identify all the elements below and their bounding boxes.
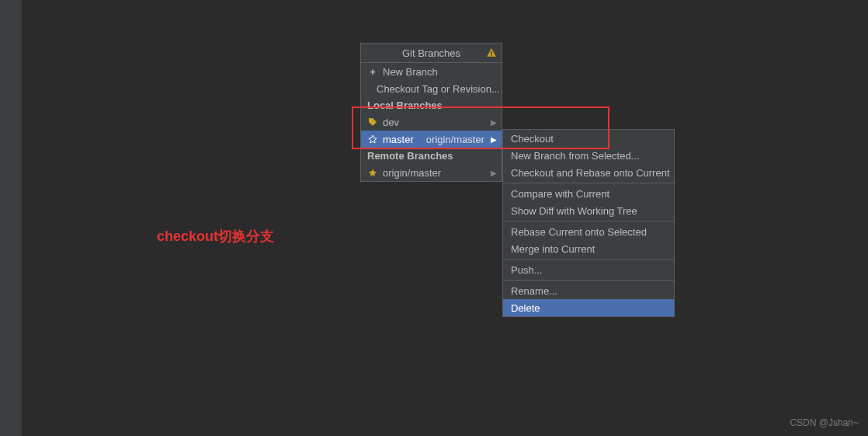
branch-name: origin/master xyxy=(383,167,441,179)
new-branch-label: New Branch xyxy=(383,66,438,78)
chevron-right-icon: ▶ xyxy=(491,169,497,177)
git-branches-popup: Git Branches + New Branch Checkout Tag o… xyxy=(360,43,502,182)
local-branch-dev[interactable]: dev ▶ xyxy=(361,113,502,131)
star-outline-icon xyxy=(367,134,378,144)
editor-gutter xyxy=(0,0,22,436)
annotation-text: checkout切换分支 xyxy=(157,227,274,246)
submenu-push[interactable]: Push... xyxy=(503,261,674,278)
plus-icon: + xyxy=(367,66,378,78)
remote-branch-origin-master[interactable]: origin/master ▶ xyxy=(361,164,502,181)
separator xyxy=(503,280,674,281)
new-branch-item[interactable]: + New Branch xyxy=(361,63,502,80)
warning-icon[interactable] xyxy=(486,47,497,58)
checkout-tag-item[interactable]: Checkout Tag or Revision... xyxy=(361,80,502,97)
submenu-checkout-rebase[interactable]: Checkout and Rebase onto Current xyxy=(503,164,674,181)
branch-actions-submenu: Checkout New Branch from Selected... Che… xyxy=(502,129,675,317)
branch-name: master xyxy=(383,134,414,145)
submenu-merge[interactable]: Merge into Current xyxy=(503,240,674,257)
local-branch-master[interactable]: master origin/master ▶ xyxy=(361,131,502,148)
popup-title-bar: Git Branches xyxy=(361,44,502,63)
star-filled-icon xyxy=(367,168,378,177)
separator xyxy=(503,259,674,260)
svg-rect-1 xyxy=(491,55,491,56)
submenu-rebase[interactable]: Rebase Current onto Selected xyxy=(503,223,674,240)
chevron-right-icon: ▶ xyxy=(491,135,497,144)
popup-title: Git Branches xyxy=(402,47,460,59)
submenu-delete[interactable]: Delete xyxy=(503,299,674,316)
tracking-branch: origin/master xyxy=(426,134,488,145)
separator xyxy=(503,221,674,221)
tag-icon xyxy=(367,117,378,127)
local-branches-header: Local Branches xyxy=(361,97,502,113)
submenu-compare[interactable]: Compare with Current xyxy=(503,185,674,202)
submenu-rename[interactable]: Rename... xyxy=(503,282,674,299)
remote-branches-header: Remote Branches xyxy=(361,148,502,164)
submenu-show-diff[interactable]: Show Diff with Working Tree xyxy=(503,202,674,219)
chevron-right-icon: ▶ xyxy=(491,118,497,127)
svg-rect-0 xyxy=(491,51,491,54)
watermark: CSDN @Jshan~ xyxy=(790,417,859,428)
checkout-tag-label: Checkout Tag or Revision... xyxy=(377,83,500,95)
separator xyxy=(503,183,674,183)
submenu-new-branch[interactable]: New Branch from Selected... xyxy=(503,147,674,164)
submenu-checkout[interactable]: Checkout xyxy=(503,130,674,147)
branch-name: dev xyxy=(383,117,399,128)
